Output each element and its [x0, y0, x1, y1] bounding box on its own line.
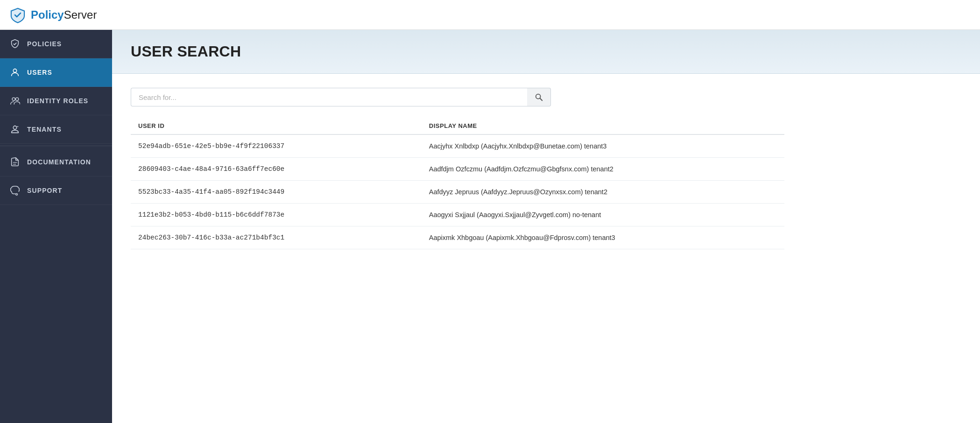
group-icon	[9, 95, 21, 106]
svg-point-0	[13, 69, 16, 72]
sidebar-item-policies-label: POLICIES	[27, 40, 62, 48]
sidebar-item-support-label: SUPPORT	[27, 187, 63, 194]
user-icon	[9, 67, 21, 78]
sidebar-item-tenants-label: TENANTS	[27, 126, 62, 133]
table-row[interactable]: 5523bc33-4a35-41f4-aa05-892f194c3449Aafd…	[131, 181, 784, 204]
sidebar-item-tenants[interactable]: TENANTS	[0, 115, 112, 144]
table-row[interactable]: 52e94adb-651e-42e5-bb9e-4f9f22106337Aacj…	[131, 134, 784, 158]
logo-text: PolicyServer	[31, 8, 97, 21]
display-name-cell: Aapixmk Xhbgoau (Aapixmk.Xhbgoau@Fdprosv…	[422, 226, 784, 249]
doc-icon	[9, 156, 21, 168]
sidebar-divider	[0, 146, 112, 146]
table-row[interactable]: 24bec263-30b7-416c-b33a-ac271b4bf3c1Aapi…	[131, 226, 784, 249]
tenant-icon	[9, 124, 21, 135]
user-id-cell: 52e94adb-651e-42e5-bb9e-4f9f22106337	[131, 134, 422, 158]
user-table: USER ID DISPLAY NAME 52e94adb-651e-42e5-…	[131, 118, 784, 249]
svg-point-6	[16, 193, 18, 195]
col-header-display-name: DISPLAY NAME	[422, 118, 784, 134]
user-id-cell: 5523bc33-4a35-41f4-aa05-892f194c3449	[131, 181, 422, 204]
main-layout: POLICIES USERS IDENTITY RO	[0, 30, 980, 423]
table-header: USER ID DISPLAY NAME	[131, 118, 784, 134]
sidebar-item-identity-roles-label: IDENTITY ROLES	[27, 97, 88, 105]
search-icon	[535, 93, 543, 101]
display-name-cell: Aafdyyz Jepruus (Aafdyyz.Jepruus@Ozynxsx…	[422, 181, 784, 204]
search-input[interactable]	[131, 88, 527, 106]
sidebar-item-identity-roles[interactable]: IDENTITY ROLES	[0, 87, 112, 115]
display-name-cell: Aadfdjm Ozfczmu (Aadfdjm.Ozfczmu@Gbgfsnx…	[422, 158, 784, 181]
support-icon	[9, 185, 21, 196]
sidebar-item-documentation[interactable]: DOCUMENTATION	[0, 148, 112, 176]
col-header-user-id: USER ID	[131, 118, 422, 134]
content-body: USER ID DISPLAY NAME 52e94adb-651e-42e5-…	[112, 74, 980, 263]
logo-icon	[9, 7, 26, 23]
sidebar-item-users-label: USERS	[27, 69, 52, 76]
user-id-cell: 28609403-c4ae-48a4-9716-63a6ff7ec60e	[131, 158, 422, 181]
shield-icon	[9, 38, 21, 49]
display-name-cell: Aaogyxi Sxjjaul (Aaogyxi.Sxjjaul@Zyvgetl…	[422, 204, 784, 226]
user-id-cell: 1121e3b2-b053-4bd0-b115-b6c6ddf7873e	[131, 204, 422, 226]
search-container	[131, 88, 551, 106]
content-area: USER SEARCH USER ID DISPLAY NAME	[112, 30, 980, 423]
display-name-cell: Aacjyhx Xnlbdxp (Aacjyhx.Xnlbdxp@Bunetae…	[422, 134, 784, 158]
content-header: USER SEARCH	[112, 30, 980, 74]
table-row[interactable]: 28609403-c4ae-48a4-9716-63a6ff7ec60eAadf…	[131, 158, 784, 181]
svg-point-1	[12, 98, 15, 100]
svg-point-3	[13, 126, 16, 129]
sidebar-item-users[interactable]: USERS	[0, 58, 112, 87]
sidebar: POLICIES USERS IDENTITY RO	[0, 30, 112, 423]
sidebar-item-support[interactable]: SUPPORT	[0, 176, 112, 205]
svg-line-8	[540, 98, 542, 100]
search-button[interactable]	[527, 88, 551, 106]
user-id-cell: 24bec263-30b7-416c-b33a-ac271b4bf3c1	[131, 226, 422, 249]
logo-container: PolicyServer	[9, 7, 97, 23]
sidebar-item-policies[interactable]: POLICIES	[0, 30, 112, 58]
table-body: 52e94adb-651e-42e5-bb9e-4f9f22106337Aacj…	[131, 134, 784, 249]
top-header: PolicyServer	[0, 0, 980, 30]
page-title: USER SEARCH	[131, 43, 961, 60]
svg-point-2	[15, 98, 18, 100]
table-row[interactable]: 1121e3b2-b053-4bd0-b115-b6c6ddf7873eAaog…	[131, 204, 784, 226]
sidebar-item-documentation-label: DOCUMENTATION	[27, 158, 91, 166]
